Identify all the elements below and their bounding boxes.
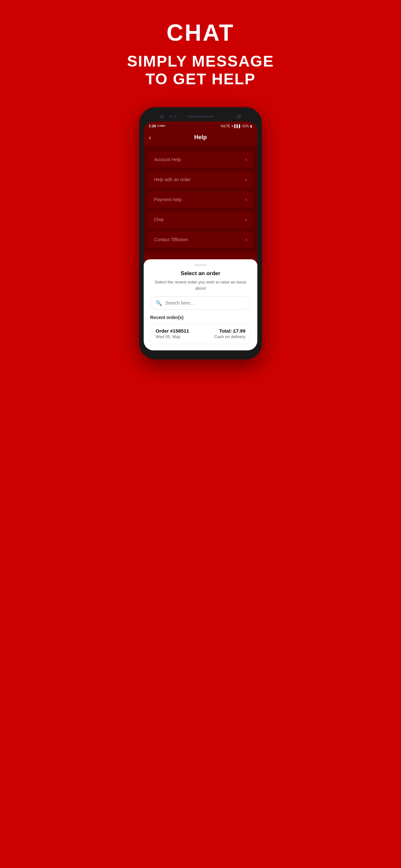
menu-item-contact-tiffintom[interactable]: Contact Tiffintom › — [148, 231, 253, 248]
search-box[interactable]: 🔍 — [150, 297, 251, 310]
phone-mockup: 1:26 3 KB/s VoLTE ▾ ▌▌▌ 61% ▮ ‹ Help — [100, 101, 301, 359]
order-right-info: Total: £7.99 Cash on delivery — [214, 328, 245, 339]
battery-icon: ▮ — [250, 124, 252, 128]
status-data-speed: 3 KB/s — [157, 125, 165, 127]
status-bar: 1:26 3 KB/s VoLTE ▾ ▌▌▌ 61% ▮ — [144, 121, 257, 130]
order-total: Total: £7.99 — [214, 328, 245, 334]
status-icons-area: VoLTE ▾ ▌▌▌ 61% ▮ — [220, 124, 252, 128]
search-input[interactable] — [165, 300, 245, 306]
sensor-dot — [169, 115, 172, 118]
menu-item-label: Chat — [154, 217, 164, 222]
search-icon: 🔍 — [156, 300, 162, 306]
menu-item-label: Account Help — [154, 157, 181, 162]
order-payment-method: Cash on delivery — [214, 334, 245, 339]
sheet-title: Select an order — [150, 270, 251, 277]
order-left-info: Order #158511 Wed 05, May — [156, 328, 189, 339]
phone-frame: 1:26 3 KB/s VoLTE ▾ ▌▌▌ 61% ▮ ‹ Help — [139, 107, 262, 359]
order-date: Wed 05, May — [156, 334, 189, 339]
phone-sensors — [169, 115, 177, 118]
menu-item-help-with-order[interactable]: Help with an order › — [148, 172, 253, 188]
hero-section: CHAT SIMPLY MESSAGE TO GET HELP — [100, 0, 301, 101]
back-button[interactable]: ‹ — [149, 134, 151, 141]
menu-item-label: Payment help — [154, 197, 182, 202]
chevron-right-icon: › — [245, 197, 247, 203]
menu-item-account-help[interactable]: Account Help › — [148, 151, 253, 167]
help-menu-list: Account Help › Help with an order › Paym… — [144, 146, 257, 253]
bottom-sheet: Select an order Select the recent order … — [144, 259, 257, 350]
status-battery: 61% — [243, 124, 249, 128]
menu-item-chat[interactable]: Chat › — [148, 212, 253, 228]
order-card[interactable]: Order #158511 Wed 05, May Total: £7.99 C… — [150, 323, 251, 344]
phone-speaker — [188, 116, 213, 118]
menu-item-label: Contact Tiffintom — [154, 237, 188, 242]
chevron-right-icon: › — [245, 157, 247, 162]
sheet-subtitle: Select the recent order you wish to rais… — [150, 279, 251, 291]
signal-icon: ▌▌▌ — [235, 124, 241, 128]
status-time-area: 1:26 3 KB/s — [149, 124, 165, 128]
order-number: Order #158511 — [156, 328, 189, 334]
phone-screen: 1:26 3 KB/s VoLTE ▾ ▌▌▌ 61% ▮ ‹ Help — [144, 121, 257, 350]
wifi-icon: ▾ — [232, 124, 233, 128]
recent-orders-label: Recent order(s) — [150, 315, 251, 320]
help-header: ‹ Help — [144, 130, 257, 146]
menu-item-payment-help[interactable]: Payment help › — [148, 191, 253, 208]
hero-title: CHAT — [166, 20, 235, 46]
chevron-right-icon: › — [245, 217, 247, 222]
sensor-dot — [174, 115, 177, 118]
screen-title: Help — [194, 134, 207, 141]
bottom-sheet-handle — [194, 265, 207, 266]
front-camera — [160, 115, 164, 119]
selfie-camera — [237, 114, 241, 119]
chevron-right-icon: › — [245, 177, 247, 182]
phone-bottom-bezel — [144, 350, 257, 355]
status-network: VoLTE — [220, 124, 230, 128]
chevron-right-icon: › — [245, 237, 247, 243]
phone-notch — [144, 112, 257, 121]
status-time: 1:26 — [149, 124, 156, 128]
hero-subtitle: SIMPLY MESSAGE TO GET HELP — [127, 52, 274, 88]
menu-item-label: Help with an order — [154, 177, 191, 182]
